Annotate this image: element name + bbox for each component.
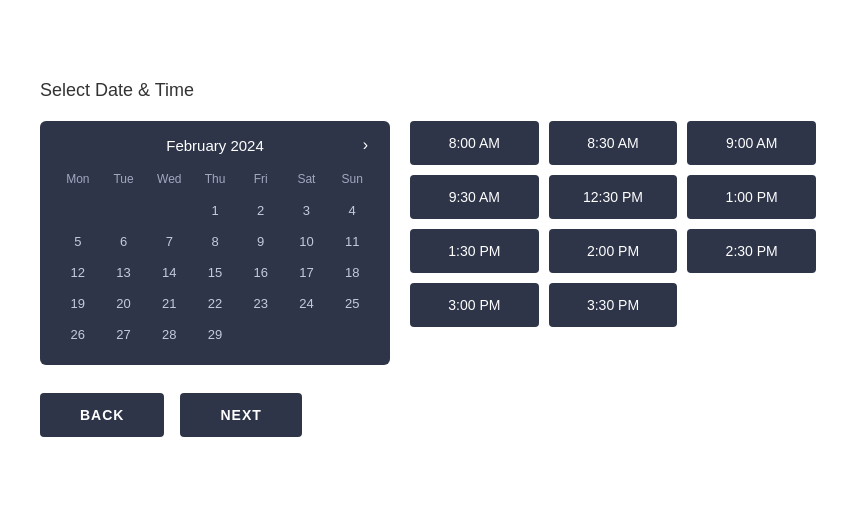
calendar-day-cell[interactable]: 6 (102, 227, 146, 256)
calendar-day-empty (147, 196, 191, 225)
time-slot-button[interactable]: 3:00 PM (410, 283, 539, 327)
page-container: Select Date & Time February 2024 › MonTu… (0, 50, 856, 467)
time-slot-button[interactable]: 2:00 PM (549, 229, 678, 273)
main-content: February 2024 › MonTueWedThuFriSatSun123… (40, 121, 816, 365)
time-slot-button[interactable]: 1:30 PM (410, 229, 539, 273)
calendar-day-header: Thu (193, 168, 237, 194)
calendar-day-cell[interactable]: 9 (239, 227, 283, 256)
calendar-day-cell[interactable]: 1 (193, 196, 237, 225)
calendar-day-cell[interactable]: 28 (147, 320, 191, 349)
back-button[interactable]: BACK (40, 393, 164, 437)
calendar-day-cell[interactable]: 10 (285, 227, 329, 256)
calendar-day-empty (330, 320, 374, 349)
calendar-day-header: Sat (285, 168, 329, 194)
calendar-day-cell[interactable]: 20 (102, 289, 146, 318)
calendar-grid: MonTueWedThuFriSatSun1234567891011121314… (56, 168, 374, 349)
time-slot-button[interactable]: 12:30 PM (549, 175, 678, 219)
calendar-day-header: Mon (56, 168, 100, 194)
time-slot-button[interactable]: 9:00 AM (687, 121, 816, 165)
calendar-day-cell[interactable]: 11 (330, 227, 374, 256)
calendar-day-cell[interactable]: 22 (193, 289, 237, 318)
calendar-day-header: Wed (147, 168, 191, 194)
calendar-day-cell[interactable]: 25 (330, 289, 374, 318)
time-slot-button[interactable]: 1:00 PM (687, 175, 816, 219)
calendar: February 2024 › MonTueWedThuFriSatSun123… (40, 121, 390, 365)
calendar-day-empty (56, 196, 100, 225)
page-title: Select Date & Time (40, 80, 816, 101)
calendar-day-cell[interactable]: 21 (147, 289, 191, 318)
calendar-day-cell[interactable]: 27 (102, 320, 146, 349)
calendar-day-cell[interactable]: 4 (330, 196, 374, 225)
time-slot-button[interactable]: 8:30 AM (549, 121, 678, 165)
calendar-day-cell[interactable]: 7 (147, 227, 191, 256)
calendar-day-cell[interactable]: 12 (56, 258, 100, 287)
calendar-day-cell[interactable]: 5 (56, 227, 100, 256)
time-slot-button[interactable]: 2:30 PM (687, 229, 816, 273)
calendar-next-button[interactable]: › (357, 134, 374, 156)
calendar-month-label: February 2024 (166, 137, 264, 154)
calendar-day-cell[interactable]: 29 (193, 320, 237, 349)
calendar-day-cell[interactable]: 17 (285, 258, 329, 287)
calendar-day-empty (239, 320, 283, 349)
calendar-day-cell[interactable]: 14 (147, 258, 191, 287)
calendar-day-cell[interactable]: 16 (239, 258, 283, 287)
time-slot-button[interactable]: 8:00 AM (410, 121, 539, 165)
next-button[interactable]: NEXT (180, 393, 301, 437)
actions: BACK NEXT (40, 393, 816, 437)
calendar-header: February 2024 › (56, 137, 374, 154)
time-slots-grid: 8:00 AM8:30 AM9:00 AM9:30 AM12:30 PM1:00… (410, 121, 816, 327)
time-slot-button[interactable]: 9:30 AM (410, 175, 539, 219)
calendar-day-cell[interactable]: 24 (285, 289, 329, 318)
calendar-day-cell[interactable]: 26 (56, 320, 100, 349)
time-slot-button[interactable]: 3:30 PM (549, 283, 678, 327)
calendar-day-empty (102, 196, 146, 225)
calendar-day-header: Tue (102, 168, 146, 194)
calendar-day-cell[interactable]: 2 (239, 196, 283, 225)
calendar-day-empty (285, 320, 329, 349)
calendar-day-header: Fri (239, 168, 283, 194)
calendar-day-header: Sun (330, 168, 374, 194)
calendar-day-cell[interactable]: 13 (102, 258, 146, 287)
calendar-day-cell[interactable]: 23 (239, 289, 283, 318)
calendar-day-cell[interactable]: 3 (285, 196, 329, 225)
calendar-day-cell[interactable]: 18 (330, 258, 374, 287)
calendar-day-cell[interactable]: 15 (193, 258, 237, 287)
calendar-day-cell[interactable]: 8 (193, 227, 237, 256)
calendar-day-cell[interactable]: 19 (56, 289, 100, 318)
